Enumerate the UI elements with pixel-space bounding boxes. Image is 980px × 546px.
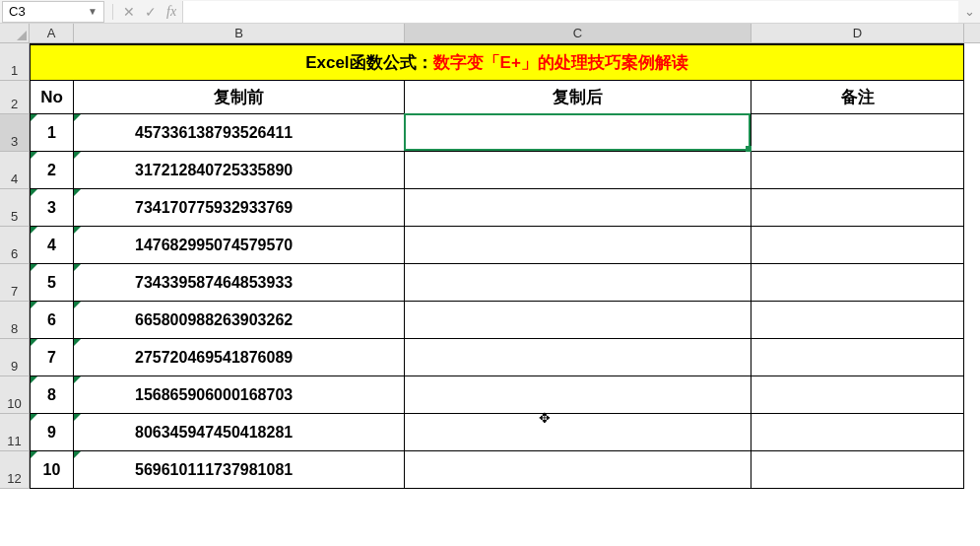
cell-remark[interactable] [751, 189, 964, 227]
cell-before[interactable]: 147682995074579570 [74, 227, 405, 264]
cell-after[interactable] [405, 376, 751, 414]
cell-no[interactable]: 4 [30, 227, 74, 264]
cell-no[interactable]: 8 [30, 376, 74, 414]
formula-bar-buttons: ✕ ✓ fx [112, 4, 176, 20]
row-header[interactable]: 10 [0, 376, 30, 414]
cell-remark[interactable] [751, 227, 964, 264]
chevron-down-icon[interactable]: ▼ [86, 6, 99, 17]
cell-no[interactable]: 1 [30, 114, 74, 152]
cell-before[interactable]: 734339587464853933 [74, 264, 405, 302]
cell-no[interactable]: 5 [30, 264, 74, 302]
row-header[interactable]: 4 [0, 152, 30, 189]
title-cell[interactable]: Excel函数公式：数字变「E+」的处理技巧案例解读 [30, 43, 964, 81]
cell-remark[interactable] [751, 264, 964, 302]
cell-before[interactable]: 275720469541876089 [74, 339, 405, 376]
row-header[interactable]: 1 [0, 43, 30, 81]
cell-before[interactable]: 156865906000168703 [74, 376, 405, 414]
cell-after[interactable] [405, 264, 751, 302]
header-after[interactable]: 复制后 [405, 81, 751, 114]
row-header[interactable]: 7 [0, 264, 30, 302]
row-header[interactable]: 11 [0, 414, 30, 451]
formula-input[interactable] [182, 1, 958, 23]
cell-before[interactable]: 734170775932933769 [74, 189, 405, 227]
cell-before[interactable]: 457336138793526411 [74, 114, 405, 152]
cell-before[interactable]: 665800988263903262 [74, 302, 405, 339]
header-remark[interactable]: 备注 [751, 81, 964, 114]
cell-no[interactable]: 9 [30, 414, 74, 451]
cell-no[interactable]: 2 [30, 152, 74, 189]
cell-no[interactable]: 10 [30, 451, 74, 489]
cell-before[interactable]: 569610111737981081 [74, 451, 405, 489]
column-header-A[interactable]: A [30, 24, 74, 42]
cell-after[interactable] [405, 451, 751, 489]
column-header-B[interactable]: B [74, 24, 405, 42]
select-all-cell[interactable] [0, 24, 30, 42]
cell-after[interactable] [405, 227, 751, 264]
title-main: 数字变「E+」的处理技巧案例解读 [433, 51, 688, 74]
cell-remark[interactable] [751, 339, 964, 376]
title-prefix: Excel函数公式： [305, 51, 432, 74]
row-header[interactable]: 8 [0, 302, 30, 339]
row-header[interactable]: 2 [0, 81, 30, 114]
header-no[interactable]: No [30, 81, 74, 114]
cell-after[interactable] [405, 302, 751, 339]
row-header[interactable]: 3 [0, 114, 30, 152]
cell-after[interactable] [405, 152, 751, 189]
column-header-C[interactable]: C [405, 24, 751, 42]
row-header[interactable]: 12 [0, 451, 30, 489]
spreadsheet-grid[interactable]: 1Excel函数公式：数字变「E+」的处理技巧案例解读2No复制前复制后备注31… [0, 43, 980, 489]
column-headers: A B C D [0, 24, 980, 43]
cell-no[interactable]: 6 [30, 302, 74, 339]
cell-after[interactable] [405, 414, 751, 451]
row-header[interactable]: 6 [0, 227, 30, 264]
cell-after[interactable] [405, 114, 751, 152]
cell-remark[interactable] [751, 152, 964, 189]
name-box[interactable]: C3 ▼ [2, 1, 104, 23]
cell-remark[interactable] [751, 114, 964, 152]
fx-icon[interactable]: fx [166, 5, 176, 19]
cell-remark[interactable] [751, 414, 964, 451]
formula-bar-row: C3 ▼ ✕ ✓ fx ⌄ [0, 0, 980, 24]
svg-marker-0 [17, 31, 27, 40]
column-header-D[interactable]: D [751, 24, 964, 42]
confirm-icon[interactable]: ✓ [145, 5, 157, 19]
cell-after[interactable] [405, 339, 751, 376]
cell-after[interactable] [405, 189, 751, 227]
cell-remark[interactable] [751, 451, 964, 489]
row-header[interactable]: 5 [0, 189, 30, 227]
separator [112, 4, 113, 20]
row-header[interactable]: 9 [0, 339, 30, 376]
cell-no[interactable]: 7 [30, 339, 74, 376]
cell-remark[interactable] [751, 302, 964, 339]
cell-no[interactable]: 3 [30, 189, 74, 227]
name-box-value: C3 [9, 4, 86, 19]
cell-before[interactable]: 806345947450418281 [74, 414, 405, 451]
header-before[interactable]: 复制前 [74, 81, 405, 114]
cancel-icon[interactable]: ✕ [123, 5, 135, 19]
formula-expand-icon[interactable]: ⌄ [958, 4, 980, 19]
cell-before[interactable]: 317212840725335890 [74, 152, 405, 189]
cell-remark[interactable] [751, 376, 964, 414]
